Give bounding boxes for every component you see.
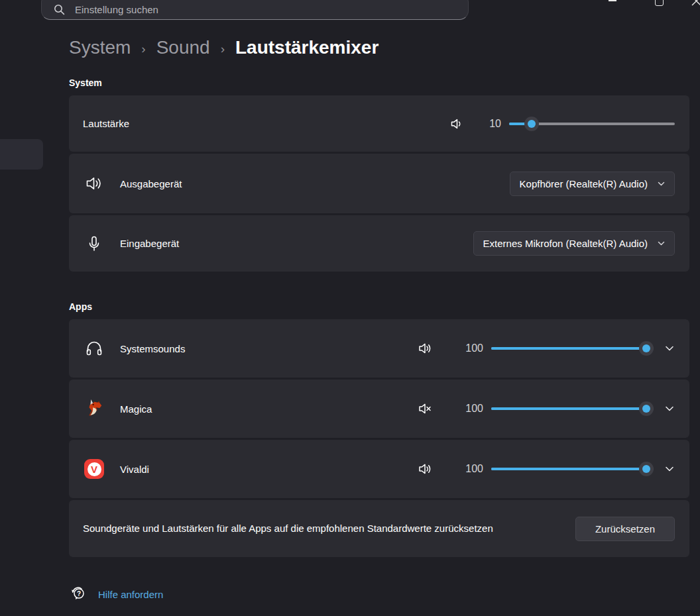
- app-row-magica: Magica 100: [69, 380, 689, 438]
- vivaldi-icon: V: [83, 459, 105, 479]
- output-device-dropdown[interactable]: Kopfhörer (Realtek(R) Audio): [510, 172, 675, 196]
- sidebar-selected-item-highlight[interactable]: [0, 139, 43, 170]
- get-help-icon: ?: [69, 584, 88, 605]
- slider-fill: [491, 407, 646, 410]
- input-device-dropdown[interactable]: Externes Mikrofon (Realtek(R) Audio): [473, 231, 675, 256]
- chevron-down-icon[interactable]: [664, 343, 675, 354]
- breadcrumb-sound[interactable]: Sound: [156, 37, 210, 58]
- footer: ? Hilfe anfordern: [69, 584, 689, 605]
- microphone-icon: [83, 234, 105, 253]
- search-icon: [54, 4, 65, 15]
- reset-row: Soundgeräte und Lautstärken für alle App…: [69, 500, 689, 557]
- headphones-icon: [83, 338, 105, 358]
- app-row-systemsounds: Systemsounds 100: [69, 319, 689, 378]
- reset-button[interactable]: Zurücksetzen: [575, 517, 675, 541]
- speaker-waves-icon: [83, 174, 105, 193]
- app-volume-slider[interactable]: [491, 462, 654, 476]
- titlebar: [0, 0, 700, 23]
- slider-thumb[interactable]: [639, 462, 654, 476]
- page-title: Lautstärkemixer: [235, 37, 379, 58]
- breadcrumb: System › Sound › Lautstärkemixer: [69, 37, 689, 58]
- section-title-apps: Apps: [69, 301, 689, 312]
- chevron-down-icon: [657, 239, 666, 248]
- breadcrumb-separator-icon: ›: [221, 40, 225, 56]
- speaker-waves-icon[interactable]: [417, 340, 434, 356]
- app-name: Magica: [120, 403, 152, 415]
- settings-search-box[interactable]: [41, 0, 469, 20]
- app-volume-slider[interactable]: [491, 341, 654, 356]
- system-volume-value: 10: [481, 118, 501, 130]
- speaker-low-icon: [448, 117, 465, 131]
- breadcrumb-system[interactable]: System: [69, 37, 131, 58]
- get-help-link[interactable]: Hilfe anfordern: [98, 589, 163, 600]
- system-volume-slider[interactable]: [509, 117, 675, 131]
- input-device-selected: Externes Mikrofon (Realtek(R) Audio): [483, 238, 648, 249]
- app-volume-slider[interactable]: [491, 401, 654, 416]
- page-content: System › Sound › Lautstärkemixer System …: [0, 37, 689, 605]
- slider-fill: [491, 468, 646, 470]
- system-volume-row: Lautstärke 10: [69, 95, 689, 152]
- chevron-down-icon[interactable]: [664, 403, 675, 414]
- app-volume-value: 100: [463, 463, 483, 475]
- reset-description: Soundgeräte und Lautstärken für alle App…: [83, 519, 493, 538]
- input-device-label: Eingabegerät: [120, 238, 179, 249]
- minimize-icon[interactable]: [609, 0, 616, 1]
- output-device-selected: Kopfhörer (Realtek(R) Audio): [520, 178, 648, 189]
- slider-thumb[interactable]: [639, 401, 654, 416]
- section-title-system: System: [69, 77, 689, 88]
- maximize-icon[interactable]: [655, 0, 664, 6]
- slider-thumb[interactable]: [639, 341, 654, 356]
- input-device-row: Eingabegerät Externes Mikrofon (Realtek(…: [69, 215, 689, 272]
- chevron-down-icon[interactable]: [664, 464, 675, 474]
- slider-thumb[interactable]: [524, 117, 539, 131]
- app-row-vivaldi: V Vivaldi 100: [69, 440, 689, 498]
- slider-fill: [491, 347, 646, 350]
- speaker-waves-icon[interactable]: [417, 461, 434, 477]
- speaker-muted-icon[interactable]: [417, 401, 434, 417]
- app-name: Vivaldi: [120, 464, 149, 475]
- app-name: Systemsounds: [120, 343, 185, 354]
- breadcrumb-separator-icon: ›: [141, 40, 145, 56]
- close-icon[interactable]: [691, 0, 700, 9]
- magica-dragon-icon: [83, 399, 105, 419]
- app-volume-value: 100: [463, 342, 483, 354]
- volume-label: Lautstärke: [83, 118, 129, 129]
- svg-text:?: ?: [77, 590, 81, 597]
- output-device-row: Ausgabegerät Kopfhörer (Realtek(R) Audio…: [69, 154, 689, 213]
- output-device-label: Ausgabegerät: [120, 178, 182, 189]
- search-input[interactable]: [75, 4, 406, 15]
- app-volume-value: 100: [463, 403, 483, 415]
- chevron-down-icon: [657, 180, 666, 188]
